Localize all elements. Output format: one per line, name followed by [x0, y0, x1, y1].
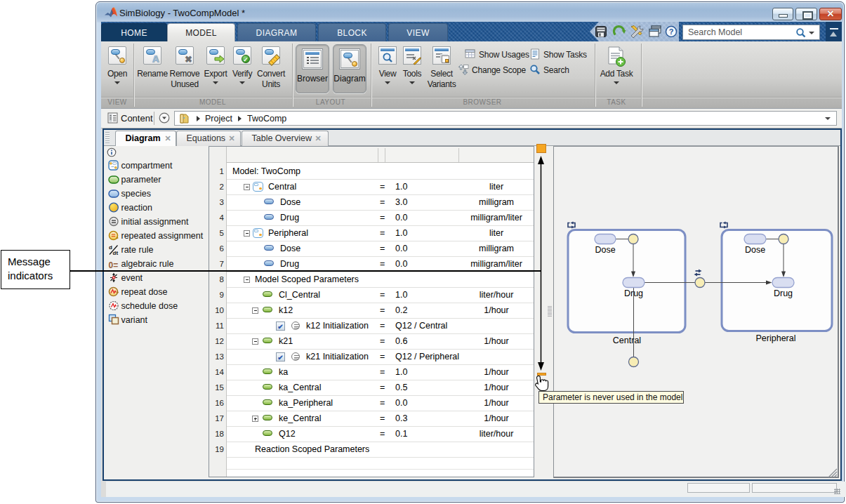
- svg-text:Dose: Dose: [745, 245, 765, 255]
- svg-text:Dose: Dose: [595, 245, 615, 255]
- svg-text:d: d: [109, 244, 112, 251]
- svg-text:Central: Central: [613, 336, 641, 345]
- svg-text:dt: dt: [112, 250, 118, 256]
- svg-text:Drug: Drug: [624, 289, 643, 298]
- svg-text:?: ?: [669, 27, 674, 36]
- svg-text:Peripheral: Peripheral: [756, 333, 796, 343]
- svg-text:Drug: Drug: [774, 289, 793, 298]
